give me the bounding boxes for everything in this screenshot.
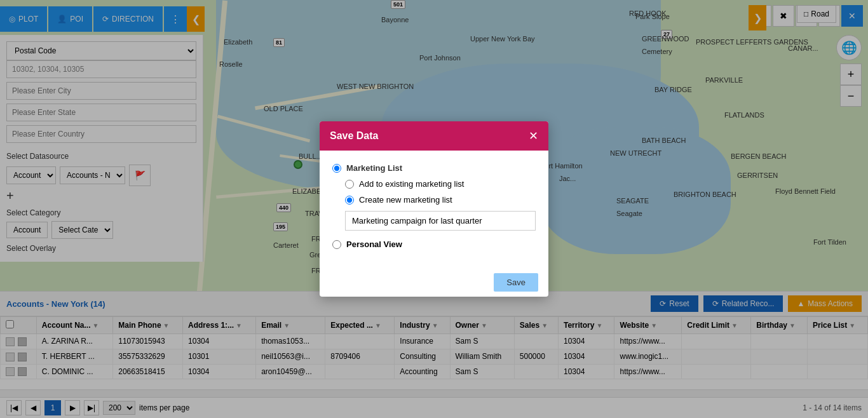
personal-view-radio[interactable] [332, 240, 341, 249]
marketing-list-radio-row: Marketing List [332, 163, 536, 173]
modal-body: Marketing List Add to existing marketing… [320, 151, 548, 268]
modal-save-button[interactable]: Save [494, 273, 538, 292]
save-data-modal: Save Data ✕ Marketing List Add to existi… [320, 121, 548, 297]
modal-close-button[interactable]: ✕ [529, 129, 538, 143]
modal-header: Save Data ✕ [320, 121, 548, 151]
create-new-label: Create new marketing list [359, 195, 452, 205]
campaign-name-input[interactable] [345, 211, 536, 231]
add-existing-label: Add to existing marketing list [359, 179, 464, 189]
create-new-radio[interactable] [345, 196, 354, 205]
marketing-list-section-title: Marketing List [332, 163, 536, 173]
personal-view-label: Personal View [346, 239, 402, 249]
marketing-list-label: Marketing List [346, 163, 402, 173]
modal-title: Save Data [330, 130, 379, 142]
create-new-radio-row: Create new marketing list [345, 195, 536, 205]
personal-view-radio-row: Personal View [332, 239, 536, 249]
modal-overlay: Save Data ✕ Marketing List Add to existi… [0, 0, 868, 418]
marketing-list-radio[interactable] [332, 164, 341, 173]
add-existing-radio[interactable] [345, 180, 354, 189]
add-existing-radio-row: Add to existing marketing list [345, 179, 536, 189]
modal-footer: Save [320, 268, 548, 297]
